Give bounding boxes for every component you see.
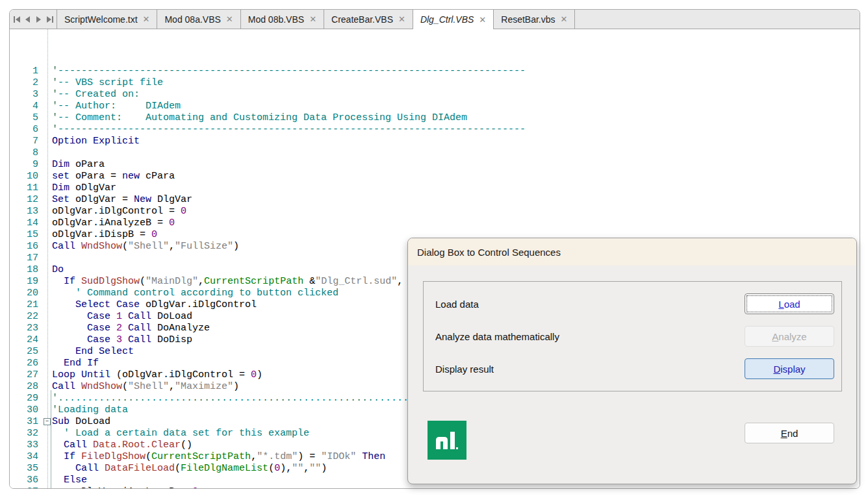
line-number: 34 (10, 451, 42, 463)
line-number: 24 (10, 334, 42, 346)
line-number: 29 (10, 393, 42, 404)
line-number: 28 (10, 381, 42, 393)
code-text: '-- Comment: Automating and Customizing … (42, 112, 467, 124)
line-number: 6 (10, 124, 42, 136)
code-text: Dim oDlgVar (42, 182, 116, 194)
dialog-row: Analyze data mathematicallyAnalyze (435, 320, 834, 353)
tab-label: Mod 08a.VBS (164, 14, 220, 25)
code-line: 5'-- Comment: Automating and Customizing… (10, 112, 860, 124)
line-number: 1 (10, 66, 42, 77)
close-icon[interactable]: ✕ (479, 16, 486, 24)
dialog-row: Display resultDisplay (435, 353, 834, 385)
line-number: 27 (10, 369, 42, 381)
code-line: 11Dim oDlgVar (10, 182, 860, 194)
tab-label: CreateBar.VBS (331, 14, 393, 25)
close-icon[interactable]: ✕ (143, 15, 150, 23)
code-text: '-- Created on: (42, 89, 140, 101)
line-number: 23 (10, 323, 42, 334)
code-text: If SudDlgShow("MainDlg",CurrentScriptPat… (42, 276, 403, 288)
close-icon[interactable]: ✕ (309, 15, 316, 23)
fold-collapse-icon[interactable]: − (44, 418, 51, 425)
last-tab-icon[interactable] (44, 10, 55, 29)
code-text: '---------------------------------------… (42, 124, 526, 136)
tab-mod-08a-vbs[interactable]: Mod 08a.VBS✕ (157, 10, 240, 29)
analyze-button[interactable]: Analyze (745, 326, 834, 347)
row-label: Load data (435, 299, 479, 310)
line-number: 3 (10, 89, 42, 101)
tab-label: Dlg_Ctrl.VBS (420, 14, 474, 25)
end-button[interactable]: End (745, 423, 834, 443)
line-number: 8 (10, 147, 42, 159)
code-text: oDlgVar.iAnaLyzeB = 0 (42, 486, 198, 488)
code-text: End If (42, 358, 99, 369)
tab-list: ScriptWelcome.txt✕Mod 08a.VBS✕Mod 08b.VB… (57, 10, 575, 29)
code-line: 10set oPara = new cPara (10, 171, 860, 182)
code-line: 4'-- Author: DIAdem (10, 101, 860, 112)
code-line: 12Set oDlgVar = New DlgVar (10, 194, 860, 206)
code-text: ' Load a certain data set for this examp… (42, 428, 309, 440)
line-number: 14 (10, 217, 42, 229)
fold-scope-line (51, 390, 51, 488)
row-label: Analyze data mathematically (435, 331, 559, 342)
code-line: 37 oDlgVar.iAnaLyzeB = 0 (10, 486, 860, 488)
tab-label: ResetBar.vbs (501, 14, 555, 25)
line-number: 13 (10, 206, 42, 217)
prev-tab-icon[interactable] (22, 10, 33, 29)
code-text: Case 2 Call DoAnalyze (42, 323, 210, 334)
code-text: oDlgVar.iAnalyzeB = 0 (42, 217, 175, 229)
next-tab-icon[interactable] (33, 10, 44, 29)
code-text (42, 253, 52, 264)
close-icon[interactable]: ✕ (226, 15, 233, 23)
code-line: 13oDlgVar.iDlgControl = 0 (10, 206, 860, 217)
code-text: set oPara = new cPara (42, 171, 175, 182)
display-button[interactable]: Display (745, 358, 834, 379)
code-line: 14oDlgVar.iAnalyzeB = 0 (10, 217, 860, 229)
code-text: ' Command control according to button cl… (42, 288, 338, 299)
code-text (42, 147, 52, 159)
line-number: 19 (10, 276, 42, 288)
line-number: 12 (10, 194, 42, 206)
line-number: 25 (10, 346, 42, 358)
tab-mod-08b-vbs[interactable]: Mod 08b.VBS✕ (241, 10, 324, 29)
code-line: 6'--------------------------------------… (10, 124, 860, 136)
code-text: Call DataFileLoad(FileDlgNameList(0),"",… (42, 463, 327, 475)
sequence-control-dialog: Dialog Box to Control Sequences Load dat… (407, 238, 857, 484)
code-line: 1'--------------------------------------… (10, 66, 860, 77)
code-text: '---------------------------------------… (42, 66, 526, 77)
dialog-group-box: Load dataLoadAnalyze data mathematically… (423, 281, 842, 391)
tab-createbar-vbs[interactable]: CreateBar.VBS✕ (324, 10, 413, 29)
code-text: Call WndShow("Shell","Maximize") (42, 381, 239, 393)
tab-bar: ScriptWelcome.txt✕Mod 08a.VBS✕Mod 08b.VB… (10, 10, 860, 29)
code-text: Select Case oDlgVar.iDlgControl (42, 299, 257, 311)
code-text: '-- Author: DIAdem (42, 101, 181, 112)
close-icon[interactable]: ✕ (398, 15, 405, 23)
code-text: End Select (42, 346, 134, 358)
line-number: 21 (10, 299, 42, 311)
code-text: Set oDlgVar = New DlgVar (42, 194, 192, 206)
close-icon[interactable]: ✕ (561, 15, 568, 23)
tab-dlg-ctrl-vbs[interactable]: Dlg_Ctrl.VBS✕ (413, 10, 494, 29)
line-number: 31 (10, 416, 42, 428)
line-number: 20 (10, 288, 42, 299)
line-number: 15 (10, 229, 42, 241)
code-text: Dim oPara (42, 159, 105, 171)
line-number: 11 (10, 182, 42, 194)
code-text: Case 3 Call DoDisp (42, 334, 192, 346)
line-number: 7 (10, 136, 42, 147)
code-text: oDlgVar.iDlgControl = 0 (42, 206, 186, 217)
tab-scriptwelcome-txt[interactable]: ScriptWelcome.txt✕ (57, 10, 157, 29)
code-text: Else (42, 475, 87, 486)
first-tab-icon[interactable] (11, 10, 22, 29)
code-line: 7Option Explicit (10, 136, 860, 147)
line-number: 5 (10, 112, 42, 124)
line-number: 30 (10, 404, 42, 416)
line-number: 9 (10, 159, 42, 171)
code-text: Do (42, 264, 64, 276)
line-number: 2 (10, 77, 42, 89)
line-number: 36 (10, 475, 42, 486)
tab-resetbar-vbs[interactable]: ResetBar.vbs✕ (494, 10, 575, 29)
load-button[interactable]: Load (745, 293, 834, 314)
dialog-row: Load dataLoad (435, 288, 834, 320)
tab-label: ScriptWelcome.txt (64, 14, 138, 25)
line-number: 32 (10, 428, 42, 440)
